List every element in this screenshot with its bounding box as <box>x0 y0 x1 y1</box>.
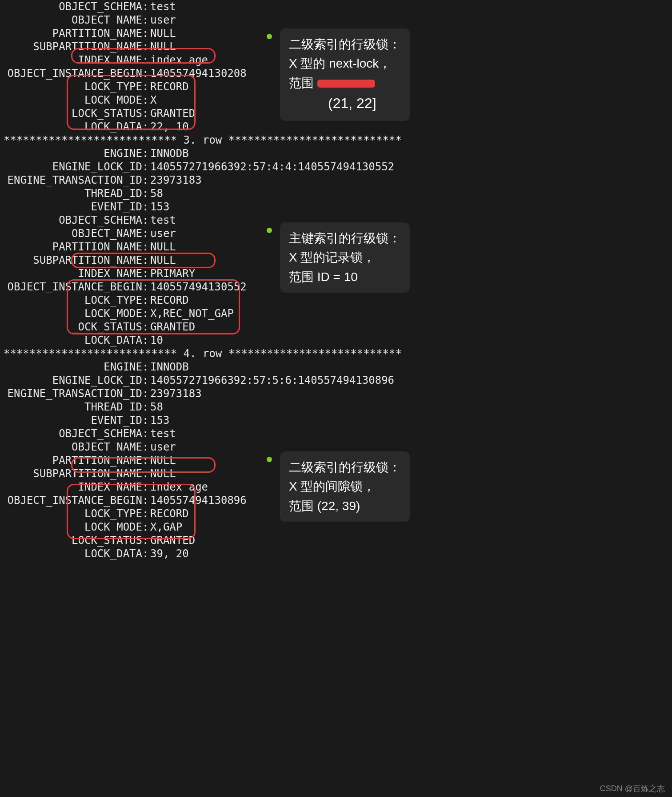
kv-row: ENGINE_LOCK_ID: 140557271966392:57:5:6:1… <box>0 374 672 387</box>
annotation-line: 主键索引的行级锁： <box>289 229 401 248</box>
kv-row: OBJECT_SCHEMA: test <box>0 0 672 13</box>
kv-row: LOCK_DATA: 10 <box>0 334 672 347</box>
kv-key: OBJECT_SCHEMA <box>0 0 142 13</box>
kv-key: LOCK_DATA <box>0 120 142 133</box>
kv-key: THREAD_ID <box>0 400 142 414</box>
annotation-primary-index-recordlock: 主键索引的行级锁： X 型的记录锁， 范围 ID = 10 <box>280 222 410 293</box>
kv-key: SUBPARTITION_NAME <box>0 467 142 480</box>
kv-row: LOCK_STATUS: GRANTED <box>0 534 672 547</box>
kv-row: OBJECT_SCHEMA: test <box>0 427 672 440</box>
bullet-dot-icon <box>267 228 272 233</box>
row-separator-4: *************************** 4. row *****… <box>0 347 672 360</box>
kv-val: index_age <box>150 53 208 67</box>
kv-val: index_age <box>150 480 208 494</box>
kv-val: 153 <box>150 414 169 427</box>
kv-key: LOCK_DATA <box>0 334 142 347</box>
kv-key: ENGINE <box>0 360 142 374</box>
annotation-secondary-index-gaplock: 二级索引的行级锁： X 型的间隙锁， 范围 (22, 39) <box>280 451 410 522</box>
kv-val: 22, 10 <box>150 120 189 133</box>
kv-val: test <box>150 0 176 13</box>
kv-key: ENGINE_LOCK_ID <box>0 160 142 173</box>
kv-key: PARTITION_NAME <box>0 454 142 467</box>
kv-val: 140557494130552 <box>150 280 247 294</box>
kv-row: LOCK_DATA: 22, 10 <box>0 120 672 133</box>
kv-key: LOCK_STATUS <box>0 107 142 120</box>
kv-row: LOCK_DATA: 39, 20 <box>0 547 672 560</box>
kv-val: PRIMARY <box>150 267 195 280</box>
kv-key: INDEX_NAME <box>0 267 142 280</box>
kv-key: LOCK_MODE <box>0 520 142 534</box>
kv-key: OBJECT_NAME <box>0 440 142 454</box>
kv-val: user <box>150 440 176 454</box>
kv-val: X,GAP <box>150 520 182 534</box>
kv-val: 23973183 <box>150 173 202 187</box>
kv-val: 140557494130896 <box>150 494 247 507</box>
bullet-dot-icon <box>267 457 272 462</box>
kv-val: 58 <box>150 187 163 200</box>
kv-val: X <box>150 93 156 107</box>
kv-val: NULL <box>150 254 176 267</box>
kv-val: GRANTED <box>150 107 195 120</box>
kv-val: user <box>150 13 176 27</box>
kv-key: LOCK_TYPE <box>0 507 142 520</box>
kv-key: PARTITION_NAME <box>0 27 142 40</box>
kv-val: NULL <box>150 454 176 467</box>
kv-key: SUBPARTITION_NAME <box>0 40 142 53</box>
kv-row: ENGINE_LOCK_ID: 140557271966392:57:4:4:1… <box>0 160 672 173</box>
kv-row: ENGINE: INNODB <box>0 147 672 160</box>
kv-key: ENGINE_TRANSACTION_ID <box>0 173 142 187</box>
kv-key: SUBPARTITION_NAME <box>0 254 142 267</box>
kv-row: OBJECT_NAME: user <box>0 13 672 27</box>
kv-val: 140557271966392:57:4:4:140557494130552 <box>150 160 394 173</box>
kv-val: 140557271966392:57:5:6:140557494130896 <box>150 374 394 387</box>
kv-row: LOCK_MODE: X,REC_NOT_GAP <box>0 307 672 320</box>
kv-key: OBJECT_SCHEMA <box>0 213 142 227</box>
terminal-output: OBJECT_SCHEMA: test OBJECT_NAME: user PA… <box>0 0 672 560</box>
kv-val: 140557494130208 <box>150 67 247 80</box>
kv-val: 58 <box>150 400 163 414</box>
kv-key: INDEX_NAME <box>0 53 142 67</box>
kv-row: THREAD_ID: 58 <box>0 400 672 414</box>
kv-val: test <box>150 427 176 440</box>
annotation-line: 二级索引的行级锁： <box>289 35 401 54</box>
kv-key: ENGINE_TRANSACTION_ID <box>0 387 142 400</box>
annotation-line: (21, 22] <box>289 93 401 115</box>
kv-key: EVENT_ID <box>0 414 142 427</box>
kv-key: LOCK_STATUS <box>0 534 142 547</box>
annotation-secondary-index-nextlock: 二级索引的行级锁： X 型的 next-lock， 范围 (21, 22] <box>280 28 410 121</box>
kv-key: _OCK_STATUS <box>0 320 142 334</box>
kv-key: LOCK_TYPE <box>0 294 142 307</box>
kv-key: ENGINE <box>0 147 142 160</box>
kv-key: OBJECT_INSTANCE_BEGIN <box>0 280 142 294</box>
kv-row: LOCK_TYPE: RECORD <box>0 294 672 307</box>
kv-val: GRANTED <box>150 534 195 547</box>
kv-val: INNODB <box>150 147 189 160</box>
kv-val: NULL <box>150 467 176 480</box>
bullet-dot-icon <box>267 34 272 39</box>
annotation-line: X 型的间隙锁， <box>289 477 401 496</box>
annotation-line: X 型的 next-lock， <box>289 54 401 73</box>
kv-key: OBJECT_NAME <box>0 227 142 240</box>
kv-val: INNODB <box>150 360 189 374</box>
kv-key: LOCK_MODE <box>0 307 142 320</box>
kv-key: LOCK_MODE <box>0 93 142 107</box>
kv-val: 23973183 <box>150 387 202 400</box>
kv-val: test <box>150 213 176 227</box>
kv-row: THREAD_ID: 58 <box>0 187 672 200</box>
kv-val: 153 <box>150 200 169 213</box>
kv-key: LOCK_TYPE <box>0 80 142 93</box>
kv-row: _OCK_STATUS: GRANTED <box>0 320 672 334</box>
kv-key: OBJECT_INSTANCE_BEGIN <box>0 494 142 507</box>
redaction-strike-icon <box>317 80 375 88</box>
kv-key: LOCK_DATA <box>0 547 142 560</box>
kv-key: THREAD_ID <box>0 187 142 200</box>
kv-val: 10 <box>150 334 163 347</box>
kv-val: RECORD <box>150 80 189 93</box>
kv-val: NULL <box>150 27 176 40</box>
kv-val: NULL <box>150 40 176 53</box>
kv-key: OBJECT_NAME <box>0 13 142 27</box>
kv-val: GRANTED <box>150 320 195 334</box>
kv-row: ENGINE_TRANSACTION_ID: 23973183 <box>0 387 672 400</box>
annotation-line: 范围 ID = 10 <box>289 267 401 286</box>
kv-key: PARTITION_NAME <box>0 240 142 254</box>
